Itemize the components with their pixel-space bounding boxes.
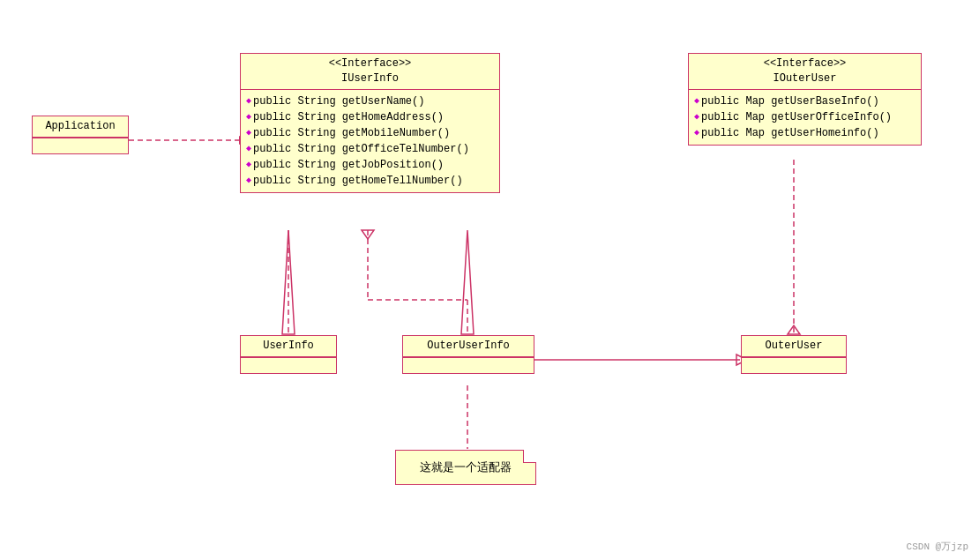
method-line: ◆ public Map getUserOfficeInfo()	[694, 109, 915, 125]
userinfo-header: UserInfo	[241, 336, 336, 357]
userinfo-box: UserInfo	[240, 335, 337, 374]
svg-marker-12	[788, 325, 800, 334]
method-line: ◆ public String getOfficeTelNumber()	[246, 141, 494, 157]
diamond-icon: ◆	[694, 110, 699, 123]
outeruser-header: OuterUser	[742, 336, 846, 357]
userinfo-name: UserInfo	[263, 340, 314, 352]
diamond-icon: ◆	[694, 126, 699, 139]
application-header: Application	[33, 116, 128, 138]
iouteruser-header: <<Interface>> IOuterUser	[689, 54, 921, 90]
diamond-icon: ◆	[246, 142, 251, 155]
iouteruser-stereotype: <<Interface>>	[694, 56, 915, 71]
method-line: ◆ public String getUserName()	[246, 93, 494, 109]
diamond-icon: ◆	[246, 110, 251, 123]
svg-marker-3	[282, 230, 295, 334]
note-text: 这就是一个适配器	[420, 459, 512, 475]
application-name: Application	[45, 120, 115, 132]
outeruser-empty	[742, 357, 846, 373]
outeruserinfo-header: OuterUserInfo	[403, 336, 534, 357]
method-line: ◆ public Map getUserBaseInfo()	[694, 93, 915, 109]
outeruserinfo-empty	[403, 357, 534, 373]
method-line: ◆ public String getHomeTellNumber()	[246, 173, 494, 189]
outeruserinfo-name: OuterUserInfo	[427, 340, 510, 352]
iuserinfo-header: <<Interface>> IUserInfo	[241, 54, 499, 90]
iuserinfo-box: <<Interface>> IUserInfo ◆ public String …	[240, 53, 500, 193]
iuserinfo-stereotype: <<Interface>>	[246, 56, 494, 71]
diamond-icon: ◆	[246, 158, 251, 171]
outeruserinfo-box: OuterUserInfo	[402, 335, 534, 374]
method-line: ◆ public String getHomeAddress()	[246, 109, 494, 125]
svg-marker-8	[362, 230, 374, 239]
outeruser-box: OuterUser	[741, 335, 847, 374]
iouteruser-name: IOuterUser	[694, 71, 915, 86]
iouteruser-methods: ◆ public Map getUserBaseInfo() ◆ public …	[689, 90, 921, 145]
application-empty	[33, 138, 128, 153]
method-line: ◆ public String getJobPosition()	[246, 157, 494, 173]
diamond-icon: ◆	[246, 174, 251, 187]
watermark: CSDN @万jzp	[907, 540, 968, 553]
iuserinfo-methods: ◆ public String getUserName() ◆ public S…	[241, 90, 499, 192]
outeruser-name: OuterUser	[766, 340, 823, 352]
method-line: ◆ public Map getUserHomeinfo()	[694, 125, 915, 141]
diamond-icon: ◆	[246, 94, 251, 108]
application-box: Application	[32, 116, 129, 154]
method-line: ◆ public String getMobileNumber()	[246, 125, 494, 141]
svg-marker-7	[461, 230, 474, 334]
iouteruser-box: <<Interface>> IOuterUser ◆ public Map ge…	[688, 53, 922, 146]
note-box: 这就是一个适配器	[395, 450, 536, 485]
iuserinfo-name: IUserInfo	[246, 71, 494, 86]
diagram-area: IUserInfo (horizontal dashed arrow) --> …	[0, 0, 979, 560]
userinfo-empty	[241, 357, 336, 373]
diamond-icon: ◆	[694, 94, 699, 108]
diamond-icon: ◆	[246, 126, 251, 139]
